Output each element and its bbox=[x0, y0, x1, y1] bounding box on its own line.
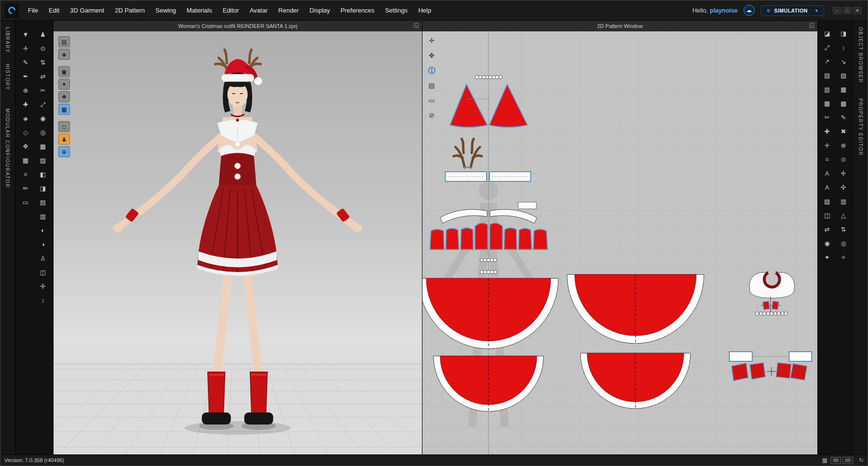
tool-button[interactable]: ♟ bbox=[37, 29, 49, 40]
tool-button[interactable]: ▧ bbox=[838, 70, 849, 81]
tool-button[interactable]: ✢ bbox=[838, 168, 849, 178]
tool-button[interactable]: ▭ bbox=[20, 197, 31, 207]
tool-button[interactable]: ▦ bbox=[821, 98, 833, 109]
tool-button[interactable]: ✎ bbox=[838, 112, 849, 123]
tool-button[interactable]: ✏ bbox=[20, 183, 31, 193]
tool-button[interactable]: ◫ bbox=[821, 210, 833, 220]
menu-item[interactable]: Sewing bbox=[150, 4, 181, 16]
tool-button[interactable]: ⇄ bbox=[37, 71, 49, 82]
tool-button[interactable]: ⊙ bbox=[37, 43, 49, 54]
tool-button[interactable]: ⊕ bbox=[20, 85, 31, 96]
edge-tab[interactable]: LIBRARY bbox=[5, 27, 10, 53]
tool-button[interactable]: ◇ bbox=[20, 127, 31, 137]
tool-button[interactable]: A bbox=[821, 182, 833, 192]
tool-button[interactable]: ↕ bbox=[838, 42, 849, 53]
tool-button[interactable]: ▦ bbox=[838, 84, 849, 95]
pattern-tool-button[interactable]: ⓘ bbox=[426, 65, 437, 76]
menu-item[interactable]: Settings bbox=[380, 4, 413, 16]
tool-button[interactable]: ◧ bbox=[37, 169, 49, 179]
tool-button[interactable]: ⤢ bbox=[821, 42, 833, 53]
tool-button[interactable]: ◨ bbox=[838, 28, 849, 39]
view-toggle-button[interactable]: ⊕ bbox=[58, 146, 70, 157]
tool-button[interactable]: ▥ bbox=[37, 211, 49, 221]
tool-button[interactable]: ✒ bbox=[20, 71, 31, 82]
tool-button[interactable]: ◑ bbox=[37, 239, 49, 249]
tool-button[interactable]: ✥ bbox=[20, 141, 31, 151]
edge-tab[interactable]: PROPERTY EDITOR bbox=[858, 98, 863, 156]
menu-item[interactable]: Help bbox=[413, 4, 436, 16]
tool-button[interactable]: ✚ bbox=[821, 126, 833, 137]
tool-button[interactable]: ⇅ bbox=[838, 224, 849, 234]
tool-button[interactable]: ⌗ bbox=[821, 154, 833, 164]
tool-button[interactable]: ◉ bbox=[821, 238, 833, 248]
window-control-button[interactable]: □ bbox=[843, 7, 852, 14]
menu-item[interactable]: Materials bbox=[181, 4, 217, 16]
tool-button[interactable]: ▼ bbox=[20, 29, 31, 40]
tool-button[interactable]: ⊕ bbox=[838, 140, 849, 151]
tool-button[interactable]: ⌗ bbox=[20, 169, 31, 179]
pattern-tool-button[interactable]: ⊘ bbox=[426, 110, 437, 121]
window-control-button[interactable]: ✕ bbox=[853, 7, 862, 14]
tool-button[interactable]: ↗ bbox=[821, 56, 833, 67]
cloud-sync-icon[interactable]: ☁ bbox=[744, 5, 755, 16]
popout-icon[interactable]: ◱ bbox=[414, 22, 419, 28]
view-toggle-button[interactable]: 2D bbox=[842, 457, 853, 464]
view-toggle-button[interactable]: □ bbox=[58, 121, 70, 132]
2d-pattern-canvas[interactable] bbox=[422, 31, 817, 454]
tool-button[interactable]: ◪ bbox=[821, 28, 833, 39]
menu-item[interactable]: Display bbox=[304, 4, 336, 16]
tool-button[interactable]: ◨ bbox=[37, 183, 49, 193]
tool-button[interactable]: ✎ bbox=[20, 57, 31, 68]
3d-avatar-canvas[interactable] bbox=[54, 31, 422, 454]
tool-button[interactable]: ▦ bbox=[20, 155, 31, 165]
tool-button[interactable]: ◎ bbox=[838, 238, 849, 248]
app-logo-icon[interactable] bbox=[4, 3, 19, 18]
tool-button[interactable]: ▩ bbox=[838, 98, 849, 109]
tool-button[interactable]: ↘ bbox=[838, 56, 849, 67]
tool-button[interactable]: ▨ bbox=[821, 196, 833, 206]
view-toggle-button[interactable]: ▤ bbox=[58, 36, 70, 47]
pattern-tool-button[interactable]: ▤ bbox=[426, 80, 437, 91]
tool-button[interactable]: ⤢ bbox=[37, 99, 49, 110]
edge-tab[interactable]: MODULAR CONFIGURATOR bbox=[5, 109, 10, 188]
view-toggle-button[interactable]: 3D bbox=[830, 457, 841, 464]
pattern-tool-button[interactable]: ✛ bbox=[426, 35, 437, 46]
view-toggle-button[interactable]: ✦ bbox=[58, 79, 70, 90]
tool-button[interactable]: ✛ bbox=[20, 43, 31, 54]
menu-item[interactable]: Edit bbox=[43, 4, 65, 16]
tool-button[interactable]: ✖ bbox=[838, 126, 849, 137]
tool-button[interactable]: △ bbox=[838, 210, 849, 220]
tool-button[interactable]: ▥ bbox=[821, 84, 833, 95]
tool-button[interactable]: ✚ bbox=[20, 99, 31, 110]
tool-button[interactable]: ▩ bbox=[37, 141, 49, 151]
simulation-button[interactable]: » SIMULATION ▾ bbox=[760, 5, 824, 16]
stitch-beads-right[interactable] bbox=[755, 312, 787, 315]
tool-button[interactable]: ▥ bbox=[838, 196, 849, 206]
3d-viewport[interactable]: ▤◈▣✦❖▦□♟⊕ bbox=[54, 31, 422, 454]
tool-button[interactable]: ◉ bbox=[37, 113, 49, 123]
window-control-button[interactable]: – bbox=[833, 7, 841, 14]
tool-button[interactable]: ▤ bbox=[821, 70, 833, 81]
view-toggle-button[interactable]: ▣ bbox=[58, 66, 70, 77]
menu-item[interactable]: File bbox=[23, 4, 43, 16]
tool-button[interactable]: ⇅ bbox=[37, 57, 49, 68]
tool-button[interactable]: ✂ bbox=[37, 85, 49, 96]
tool-button[interactable]: ↕ bbox=[37, 295, 49, 305]
tool-button[interactable]: ✣ bbox=[838, 182, 849, 192]
grid-view-icon[interactable]: ▦ bbox=[822, 457, 827, 464]
tool-button[interactable]: ⇄ bbox=[821, 224, 833, 234]
menu-item[interactable]: Avatar bbox=[244, 4, 273, 16]
view-toggle-button[interactable]: ▦ bbox=[58, 104, 70, 115]
menu-item[interactable]: Preferences bbox=[335, 4, 380, 16]
view-toggle-button[interactable]: ◈ bbox=[58, 49, 70, 60]
menu-item[interactable]: 3D Garment bbox=[65, 4, 109, 16]
menu-item[interactable]: Editor bbox=[217, 4, 244, 16]
tool-button[interactable]: ◐ bbox=[37, 225, 49, 235]
tool-button[interactable]: ◈ bbox=[20, 113, 31, 123]
edge-tab[interactable]: HISTORY bbox=[5, 64, 10, 90]
view-toggle-button[interactable]: ❖ bbox=[58, 91, 70, 102]
edge-tab[interactable]: OBJECT BROWSER bbox=[858, 27, 863, 83]
2d-viewport[interactable]: ✛✥ⓘ▤▭⊘ bbox=[422, 31, 817, 454]
pattern-tool-button[interactable]: ▭ bbox=[426, 95, 437, 106]
tool-button[interactable]: ✧ bbox=[838, 252, 849, 262]
